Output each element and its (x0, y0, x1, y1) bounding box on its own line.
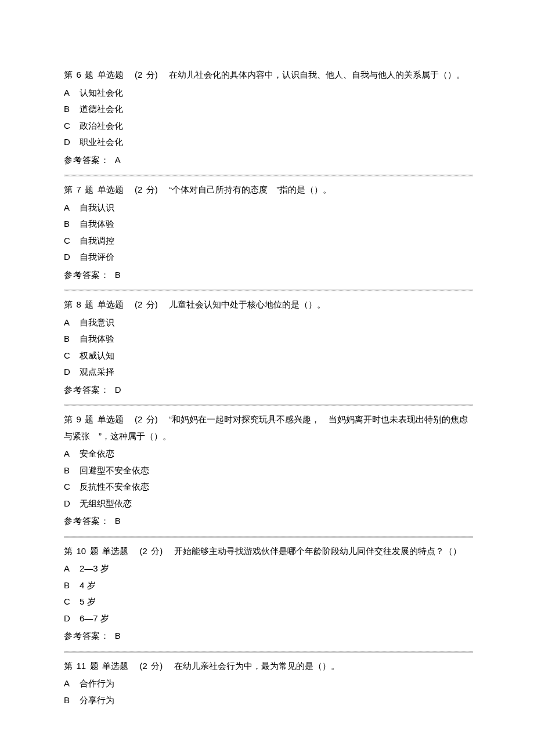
question-number-suffix: 题 (90, 661, 99, 671)
question-number-prefix: 第 (64, 661, 73, 671)
option-letter: A (64, 560, 80, 577)
option-letter: A (64, 314, 80, 331)
option-letter: D (64, 610, 80, 627)
option-text: 观点采择 (80, 367, 114, 377)
option-row: D无组织型依恋 (64, 495, 473, 512)
question-type: 单选题 (102, 546, 128, 556)
option-text: 自我认识 (80, 202, 114, 212)
option-letter: C (64, 479, 80, 495)
option-letter: C (64, 348, 80, 364)
option-letter: A (64, 85, 80, 102)
answer-value: A (115, 155, 121, 165)
question-text: “个体对自己所持有的态度 ”指的是（）。 (169, 185, 331, 194)
question-divider (64, 290, 473, 291)
question-divider (64, 651, 473, 653)
option-row: C反抗性不安全依恋 (64, 479, 473, 495)
question-points: (2 分) (135, 185, 158, 194)
option-letter: A (64, 200, 80, 216)
option-row: D6—7 岁 (64, 610, 473, 627)
options-list: A安全依恋B回避型不安全依恋C反抗性不安全依恋D无组织型依恋 (64, 446, 473, 512)
question-number: 7 (76, 185, 81, 194)
option-letter: B (64, 577, 80, 594)
answer-line: 参考答案：B (64, 513, 473, 530)
option-row: A认知社会化 (64, 85, 473, 102)
option-row: C5 岁 (64, 594, 473, 610)
option-row: B分享行为 (64, 692, 473, 709)
question-divider (64, 175, 473, 176)
answer-line: 参考答案：B (64, 628, 473, 645)
answer-label: 参考答案： (64, 155, 110, 165)
option-row: A自我意识 (64, 314, 473, 331)
options-list: A2—3 岁B4 岁C5 岁D6—7 岁 (64, 560, 473, 627)
option-text: 道德社会化 (80, 104, 123, 114)
option-row: D职业社会化 (64, 134, 473, 151)
option-text: 自我体验 (80, 219, 114, 229)
options-list: A合作行为B分享行为 (64, 675, 473, 708)
option-text: 6—7 岁 (80, 613, 109, 623)
option-row: B道德社会化 (64, 101, 473, 118)
option-letter: B (64, 331, 80, 348)
question-points: (2 分) (135, 299, 158, 309)
question-number-suffix: 题 (85, 414, 93, 424)
question-number: 8 (76, 299, 81, 309)
question-text: 在幼儿亲社会行为中，最为常见的是（）。 (174, 661, 340, 671)
question-number-prefix: 第 (64, 414, 73, 424)
answer-value: D (115, 385, 121, 395)
answer-line: 参考答案：D (64, 382, 473, 399)
option-letter: A (64, 675, 80, 692)
question-header: 第 9 题 单选题 (2 分) “和妈妈在一起时对探究玩具不感兴趣， 当妈妈离开… (64, 411, 473, 444)
option-row: C政治社会化 (64, 118, 473, 135)
option-text: 安全依恋 (80, 448, 114, 458)
answer-value: B (115, 270, 121, 280)
option-row: A2—3 岁 (64, 560, 473, 577)
question-number-prefix: 第 (64, 70, 73, 79)
options-list: A认知社会化B道德社会化C政治社会化D职业社会化 (64, 85, 473, 151)
question-block: 第 8 题 单选题 (2 分) 儿童社会认知中处于核心地位的是（）。A自我意识B… (64, 296, 473, 398)
question-type: 单选题 (98, 70, 124, 79)
question-number-prefix: 第 (64, 185, 73, 194)
option-text: 政治社会化 (80, 121, 123, 131)
option-text: 自我体验 (80, 334, 114, 343)
option-row: A自我认识 (64, 200, 473, 216)
question-type: 单选题 (98, 185, 124, 194)
question-number-suffix: 题 (85, 185, 93, 194)
option-letter: B (64, 101, 80, 118)
question-header: 第 11 题 单选题 (2 分) 在幼儿亲社会行为中，最为常见的是（）。 (64, 658, 473, 675)
option-letter: C (64, 118, 80, 135)
option-text: 分享行为 (80, 695, 114, 705)
question-block: 第 10 题 单选题 (2 分) 开始能够主动寻找游戏伙伴是哪个年龄阶段幼儿同伴… (64, 543, 473, 645)
question-header: 第 8 题 单选题 (2 分) 儿童社会认知中处于核心地位的是（）。 (64, 296, 473, 313)
question-block: 第 11 题 单选题 (2 分) 在幼儿亲社会行为中，最为常见的是（）。A合作行… (64, 658, 473, 709)
option-letter: D (64, 134, 80, 151)
answer-line: 参考答案：A (64, 152, 473, 169)
document-content: 第 6 题 单选题 (2 分) 在幼儿社会化的具体内容中，认识自我、他人、自我与… (64, 67, 473, 708)
question-number-prefix: 第 (64, 299, 73, 309)
question-divider (64, 536, 473, 538)
question-points: (2 分) (135, 414, 158, 424)
option-row: D自我评价 (64, 249, 473, 266)
option-letter: A (64, 446, 80, 462)
option-row: A安全依恋 (64, 446, 473, 462)
question-number-suffix: 题 (90, 546, 99, 556)
question-type: 单选题 (102, 661, 128, 671)
question-points: (2 分) (135, 70, 158, 79)
option-letter: B (64, 462, 80, 479)
answer-label: 参考答案： (64, 516, 110, 526)
option-text: 权威认知 (80, 350, 114, 360)
question-header: 第 7 题 单选题 (2 分) “个体对自己所持有的态度 ”指的是（）。 (64, 182, 473, 198)
option-letter: C (64, 233, 80, 249)
option-text: 2—3 岁 (80, 563, 109, 573)
option-letter: C (64, 594, 80, 610)
option-row: B4 岁 (64, 577, 473, 594)
answer-value: B (115, 631, 121, 641)
options-list: A自我认识B自我体验C自我调控D自我评价 (64, 200, 473, 266)
option-text: 认知社会化 (80, 88, 123, 97)
option-text: 自我意识 (80, 317, 114, 327)
option-text: 职业社会化 (80, 137, 123, 147)
question-number-suffix: 题 (85, 70, 93, 79)
option-letter: B (64, 692, 80, 709)
option-letter: B (64, 216, 80, 233)
question-number: 9 (76, 414, 81, 424)
option-letter: D (64, 249, 80, 266)
question-block: 第 9 题 单选题 (2 分) “和妈妈在一起时对探究玩具不感兴趣， 当妈妈离开… (64, 411, 473, 530)
